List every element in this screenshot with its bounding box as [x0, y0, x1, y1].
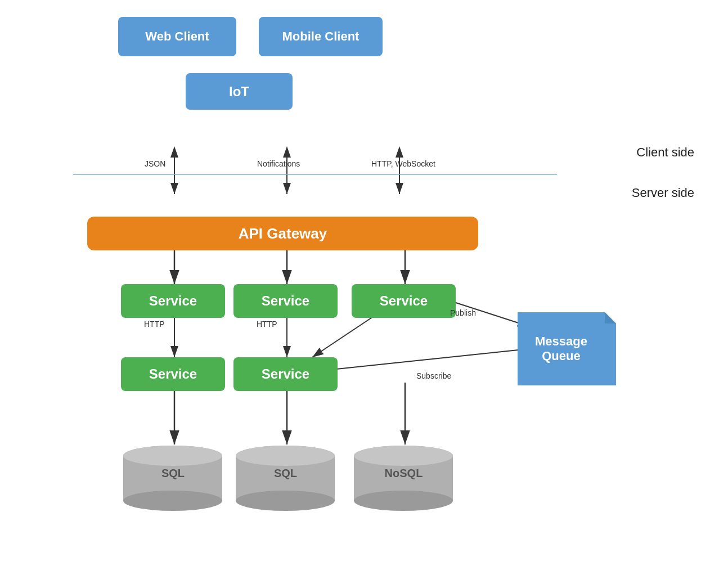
notifications-label: Notifications: [257, 159, 300, 168]
service5-box: Service: [233, 357, 338, 391]
json-label: JSON: [145, 159, 165, 168]
http2-label: HTTP: [257, 320, 277, 329]
service5-label: Service: [262, 366, 309, 382]
message-queue-label: MessageQueue: [535, 334, 587, 364]
service2-box: Service: [233, 284, 338, 318]
api-gateway-label: API Gateway: [239, 225, 327, 242]
web-client-label: Web Client: [145, 29, 209, 44]
svg-point-26: [354, 491, 453, 511]
svg-point-22: [236, 491, 335, 511]
svg-point-19: [123, 446, 222, 466]
svg-point-18: [123, 491, 222, 511]
server-side-label: Server side: [632, 186, 694, 200]
http-websocket-label: HTTP, WebSocket: [371, 159, 435, 168]
nosql-cylinder: NoSQL: [352, 444, 456, 512]
mobile-client-label: Mobile Client: [282, 29, 359, 44]
service1-label: Service: [149, 293, 197, 309]
client-side-label: Client side: [636, 145, 694, 160]
svg-line-15: [315, 349, 529, 371]
service2-label: Service: [262, 293, 309, 309]
mobile-client-box: Mobile Client: [259, 17, 383, 56]
http1-label: HTTP: [144, 320, 165, 329]
subscribe-label: Subscribe: [416, 371, 451, 380]
divider-line: [73, 174, 557, 175]
service4-box: Service: [121, 357, 225, 391]
message-queue-box: MessageQueue: [518, 312, 616, 385]
sql1-cylinder: SQL: [121, 444, 225, 512]
svg-point-27: [354, 446, 453, 466]
publish-label: Publish: [450, 308, 476, 317]
sql1-label: SQL: [121, 467, 225, 480]
service4-label: Service: [149, 366, 197, 382]
svg-point-23: [236, 446, 335, 466]
nosql-label: NoSQL: [352, 467, 456, 480]
iot-box: IoT: [186, 73, 293, 110]
sql2-cylinder: SQL: [233, 444, 338, 512]
service3-box: Service: [352, 284, 456, 318]
web-client-box: Web Client: [118, 17, 236, 56]
iot-label: IoT: [229, 84, 249, 100]
service1-box: Service: [121, 284, 225, 318]
service3-label: Service: [380, 293, 428, 309]
sql2-label: SQL: [233, 467, 338, 480]
architecture-diagram: Web Client Mobile Client IoT Client side…: [0, 0, 728, 584]
api-gateway-box: API Gateway: [87, 217, 478, 250]
